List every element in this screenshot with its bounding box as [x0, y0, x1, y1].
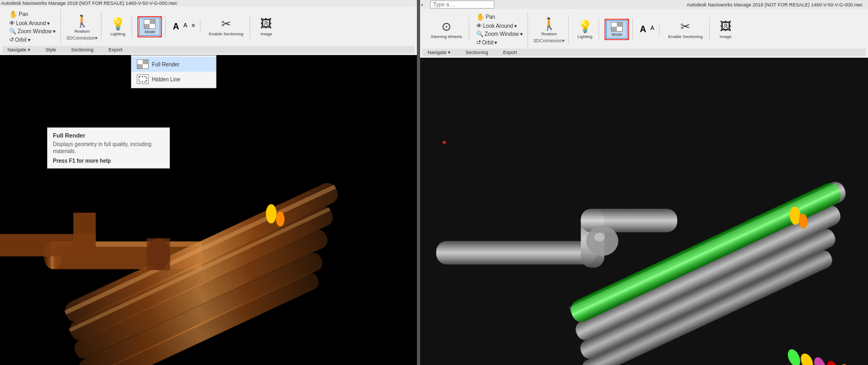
left-mode-highlight-box: Mode [137, 16, 162, 37]
right-mode-highlight-box: Mode [604, 19, 629, 40]
mode-label: Mode [144, 29, 155, 34]
left-enable-sectioning-btn[interactable]: ✂ Enable Sectioning [206, 16, 247, 37]
full-render-checker [137, 59, 149, 69]
svg-point-16 [266, 204, 276, 224]
right-pipe-scene [420, 58, 868, 365]
left-viewport[interactable]: Full Render Hidden Line Full Render Disp… [0, 55, 417, 365]
right-look-arrow: ▾ [514, 23, 517, 29]
right-3dconn-btn[interactable]: 3DConnexion ▾ [533, 38, 565, 43]
right-style-group: A A [635, 23, 660, 36]
right-panel: ▪ Autodesk Navisworks Manage 2018 (NOT F… [420, 0, 868, 365]
svg-point-26 [586, 226, 618, 256]
right-pan-btn[interactable]: ✋ Pan [475, 12, 524, 21]
svg-point-37 [825, 359, 840, 365]
left-sectioning-tab[interactable]: Sectioning [69, 47, 96, 53]
right-realism-group: 🚶 Realism 3DConnexion ▾ [530, 15, 569, 44]
right-zoom-btn[interactable]: 🔍 Zoom Window ▾ [475, 30, 524, 38]
left-pan-btn[interactable]: ✋ Pan [7, 10, 57, 19]
right-image-group: 🖼 Image [712, 18, 740, 41]
enable-sectioning-label: Enable Sectioning [209, 32, 244, 36]
right-mode-btn[interactable]: Mode [606, 20, 627, 39]
svg-rect-0 [139, 77, 146, 82]
right-expand-icon: ▪ [421, 2, 423, 7]
zoom-icon: 🔍 [9, 28, 17, 35]
right-navigate-tab[interactable]: Navigate ▾ [425, 49, 453, 56]
right-orbit-label: Orbit [482, 40, 494, 45]
left-style-tab[interactable]: Style [43, 47, 58, 53]
right-image-icon: 🖼 [720, 20, 732, 34]
right-steering-btn[interactable]: ⊙ Steering Wheels [428, 19, 466, 40]
left-font-btn[interactable]: ≡ [190, 21, 196, 32]
right-navigate-group: ✋ Pan 👁 Look Around ▾ 🔍 Zoom Window ▾ [471, 11, 528, 48]
left-popup-help: Press F1 for more help [53, 158, 164, 164]
left-3dconn-btn[interactable]: 3DConnexion ▾ [66, 35, 98, 41]
realism-label: Realism [74, 29, 90, 34]
right-app-title: Autodesk Navisworks Manage 2018 (NOT FOR… [687, 2, 863, 7]
left-app-title: Autodesk Navisworks Manage 2018 (NOT FOR… [1, 1, 177, 6]
lighting-label: Lighting [110, 32, 125, 36]
left-image-btn[interactable]: 🖼 Image [255, 16, 277, 37]
left-a-small-btn[interactable]: A [182, 21, 189, 32]
pan-icon: ✋ [9, 10, 18, 18]
left-look-around-btn[interactable]: 👁 Look Around ▾ [7, 19, 57, 27]
right-sectioning-label: Enable Sectioning [668, 34, 703, 39]
left-enable-sectioning-group: ✂ Enable Sectioning [203, 15, 251, 39]
hidden-line-icon [137, 74, 149, 84]
right-sectioning-tab[interactable]: Sectioning [463, 49, 490, 56]
left-full-render-item[interactable]: Full Render [131, 57, 216, 72]
orbit-label: Orbit [15, 37, 27, 43]
right-zoom-label: Zoom Window [485, 31, 519, 37]
search-input[interactable] [430, 1, 494, 9]
right-pan-icon: ✋ [476, 13, 485, 21]
left-toolbar-main: ✋ Pan 👁 Look Around ▾ 🔍 Zoom Window ▾ [2, 7, 415, 46]
left-export-tab[interactable]: Export [106, 47, 125, 53]
svg-point-39 [799, 352, 816, 365]
right-toolbar-bottom: Navigate ▾ Sectioning Export [422, 49, 866, 56]
right-enable-sectioning-btn[interactable]: ✂ Enable Sectioning [665, 19, 706, 40]
right-pan-label: Pan [486, 14, 495, 20]
right-a-small-btn[interactable]: A [649, 24, 656, 35]
left-orbit-btn[interactable]: ↺ Orbit ▾ [7, 36, 57, 44]
mode-checker-icon [144, 19, 156, 29]
svg-point-36 [838, 362, 855, 365]
enable-sectioning-icon: ✂ [221, 17, 231, 31]
right-enable-sectioning-group: ✂ Enable Sectioning [662, 18, 710, 41]
right-toolbar: ⊙ Steering Wheels ✋ Pan 👁 Look Around [420, 9, 868, 58]
left-titlebar: Autodesk Navisworks Manage 2018 (NOT FOR… [0, 0, 417, 6]
left-lighting-group: 💡 Lighting [104, 15, 132, 39]
svg-point-17 [276, 211, 284, 226]
right-titlebar: ▪ Autodesk Navisworks Manage 2018 (NOT F… [420, 0, 868, 9]
right-orbit-btn[interactable]: ↺ Orbit ▾ [475, 39, 524, 47]
left-navigate-tab[interactable]: Navigate ▾ [5, 47, 33, 53]
right-image-btn[interactable]: 🖼 Image [715, 19, 737, 40]
left-realism-btn[interactable]: 🚶 Realism [71, 13, 93, 35]
left-lighting-btn[interactable]: 💡 Lighting [107, 16, 128, 37]
left-realism-group: 🚶 Realism 3DConnexion ▾ [63, 12, 102, 42]
right-toolbar-main: ⊙ Steering Wheels ✋ Pan 👁 Look Around [422, 10, 866, 49]
realism-icon: 🚶 [75, 14, 89, 28]
steering-label: Steering Wheels [431, 34, 462, 39]
right-export-tab[interactable]: Export [501, 49, 519, 56]
image-icon: 🖼 [260, 17, 272, 31]
right-title-left: ▪ [421, 1, 494, 9]
right-mode-label: Mode [611, 32, 622, 37]
svg-point-27 [594, 233, 605, 241]
left-mode-btn[interactable]: Mode [139, 18, 160, 36]
right-lighting-btn[interactable]: 💡 Lighting [574, 19, 595, 40]
svg-point-38 [812, 355, 827, 365]
right-look-label: Look Around [483, 23, 513, 29]
right-mode-checker-icon [611, 22, 623, 32]
left-zoom-btn[interactable]: 🔍 Zoom Window ▾ [7, 27, 57, 35]
svg-rect-15 [73, 212, 96, 255]
right-look-around-btn[interactable]: 👁 Look Around ▾ [475, 22, 524, 29]
steering-icon: ⊙ [441, 20, 451, 34]
left-style-group: A A ≡ [168, 20, 200, 33]
svg-rect-13 [147, 238, 170, 270]
left-hidden-line-item[interactable]: Hidden Line [131, 72, 216, 87]
right-a-big-btn[interactable]: A [638, 24, 648, 35]
right-mode-group: Mode [601, 18, 633, 41]
look-around-label: Look Around [16, 20, 46, 26]
right-realism-btn[interactable]: 🚶 Realism [538, 16, 560, 37]
left-a-big-btn[interactable]: A [171, 21, 181, 32]
right-viewport[interactable]: Full Render Shaded Shaded Displays geome… [420, 58, 868, 365]
